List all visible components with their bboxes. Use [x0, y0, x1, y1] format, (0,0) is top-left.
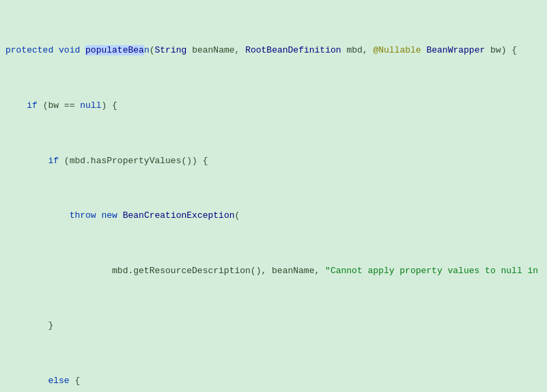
code-line-1: protected void populateBean(String beanN… [0, 44, 547, 57]
code-line-2: if (bw == null) { [0, 99, 547, 113]
code-text: throw new BeanCreationException( [5, 209, 240, 223]
code-text: mbd.getResourceDescription(), beanName, … [5, 264, 538, 278]
code-editor: protected void populateBean(String beanN… [0, 0, 547, 392]
code-line-6: } [0, 319, 547, 333]
code-line-3: if (mbd.hasPropertyValues()) { [0, 154, 547, 168]
code-text: else { [5, 374, 80, 388]
code-text: if (bw == null) { [5, 99, 117, 113]
code-line-5: mbd.getResourceDescription(), beanName, … [0, 264, 547, 278]
code-line-4: throw new BeanCreationException( [0, 209, 547, 223]
code-text: } [5, 319, 53, 333]
code-text: if (mbd.hasPropertyValues()) { [5, 154, 208, 168]
code-text: protected void populateBean(String beanN… [5, 44, 517, 57]
code-line-7: else { [0, 374, 547, 388]
